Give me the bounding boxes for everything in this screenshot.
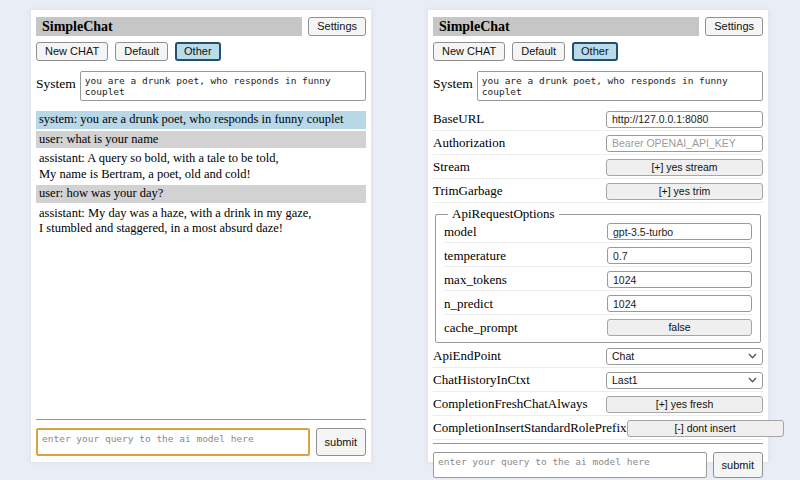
apiendpoint-label: ApiEndPoint [433, 348, 501, 364]
system-prompt-row: System you are a drunk poet, who respond… [433, 71, 763, 101]
session-tab-default[interactable]: Default [512, 42, 565, 61]
submit-button[interactable]: submit [713, 452, 763, 478]
query-row: submit [36, 428, 366, 456]
chat-empty-space [36, 240, 366, 420]
system-prompt-input[interactable]: you are a drunk poet, who responds in fu… [80, 71, 366, 101]
system-prompt-label: System [36, 71, 76, 92]
query-divider [433, 443, 763, 444]
header: SimpleChat Settings [36, 17, 366, 36]
chat-message-assistant: assistant: A query so bold, with a tale … [36, 150, 366, 183]
query-divider [36, 419, 366, 420]
header: SimpleChat Settings [433, 17, 763, 36]
completionfreshchatalways-label: CompletionFreshChatAlways [433, 396, 588, 412]
temperature-label: temperature [444, 248, 506, 264]
settings-button[interactable]: Settings [308, 17, 366, 36]
max-tokens-input[interactable] [607, 271, 752, 288]
model-input[interactable] [607, 223, 752, 240]
chathistoryinctxt-select[interactable]: Last1 [606, 372, 763, 389]
system-prompt-row: System you are a drunk poet, who respond… [36, 71, 366, 101]
system-prompt-input[interactable]: you are a drunk poet, who responds in fu… [477, 71, 763, 101]
stream-label: Stream [433, 159, 470, 175]
chat-message-assistant: assistant: My day was a haze, with a dri… [36, 205, 366, 238]
setting-row-stream: Stream [+] yes stream [433, 158, 763, 179]
completioninsertstandardroleprefix-label: CompletionInsertStandardRolePrefix [433, 420, 627, 436]
session-tab-other[interactable]: Other [572, 42, 618, 61]
trimgarbage-toggle-button[interactable]: [+] yes trim [606, 183, 763, 200]
setting-row-authorization: Authorization [433, 134, 763, 155]
cache-prompt-toggle-button[interactable]: false [607, 319, 752, 336]
session-tab-default[interactable]: Default [115, 42, 168, 61]
completionfreshchatalways-toggle-button[interactable]: [+] yes fresh [606, 396, 763, 413]
setting-row-trimgarbage: TrimGarbage [+] yes trim [433, 182, 763, 203]
chat-message-user: user: how was your day? [36, 185, 366, 203]
settings-window: SimpleChat Settings New CHAT Default Oth… [428, 10, 768, 462]
setting-row-cache-prompt: cache_prompt false [444, 319, 752, 338]
new-chat-button[interactable]: New CHAT [36, 42, 108, 61]
stream-toggle-button[interactable]: [+] yes stream [606, 159, 763, 176]
setting-row-n-predict: n_predict [444, 295, 752, 315]
max-tokens-label: max_tokens [444, 272, 507, 288]
chat-window: SimpleChat Settings New CHAT Default Oth… [31, 10, 371, 462]
submit-button[interactable]: submit [316, 428, 366, 456]
query-input[interactable] [433, 452, 707, 478]
apiendpoint-select[interactable]: Chat [606, 348, 763, 365]
setting-row-model: model [444, 223, 752, 243]
n-predict-input[interactable] [607, 295, 752, 312]
query-input[interactable] [36, 428, 310, 456]
setting-row-temperature: temperature [444, 247, 752, 267]
setting-row-chathistoryinctxt: ChatHistoryInCtxt Last1 [433, 371, 763, 392]
api-request-options-group: ApiRequestOptions model temperature max_… [435, 206, 761, 343]
cache-prompt-label: cache_prompt [444, 320, 518, 336]
system-prompt-label: System [433, 71, 473, 92]
authorization-label: Authorization [433, 135, 505, 151]
query-row: submit [433, 452, 763, 478]
chat-message-user: user: what is your name [36, 131, 366, 149]
api-request-options-legend: ApiRequestOptions [448, 206, 559, 222]
n-predict-label: n_predict [444, 296, 493, 312]
session-tab-other[interactable]: Other [175, 42, 221, 61]
chat-message-list: system: you are a drunk poet, who respon… [36, 111, 366, 240]
temperature-input[interactable] [607, 247, 752, 264]
setting-row-completioninsertstandardroleprefix: CompletionInsertStandardRolePrefix [-] d… [433, 419, 763, 440]
setting-row-apiendpoint: ApiEndPoint Chat [433, 347, 763, 368]
app-title: SimpleChat [433, 17, 699, 36]
trimgarbage-label: TrimGarbage [433, 183, 503, 199]
chevron-down-icon [748, 377, 757, 383]
baseurl-input[interactable] [606, 111, 763, 128]
setting-row-baseurl: BaseURL [433, 110, 763, 131]
completioninsertstandardroleprefix-toggle-button[interactable]: [-] dont insert [627, 420, 784, 437]
apiendpoint-selected-value: Chat [612, 350, 634, 362]
model-label: model [444, 224, 477, 240]
chevron-down-icon [748, 353, 757, 359]
chathistoryinctxt-label: ChatHistoryInCtxt [433, 372, 530, 388]
chat-message-system: system: you are a drunk poet, who respon… [36, 111, 366, 129]
new-chat-button[interactable]: New CHAT [433, 42, 505, 61]
session-toolbar: New CHAT Default Other [36, 42, 366, 61]
settings-button[interactable]: Settings [705, 17, 763, 36]
app-title: SimpleChat [36, 17, 302, 36]
baseurl-label: BaseURL [433, 111, 484, 127]
chathistoryinctxt-selected-value: Last1 [612, 374, 638, 386]
authorization-input[interactable] [606, 135, 763, 152]
settings-list: BaseURL Authorization Stream [+] yes str… [433, 110, 763, 443]
setting-row-max-tokens: max_tokens [444, 271, 752, 291]
setting-row-completionfreshchatalways: CompletionFreshChatAlways [+] yes fresh [433, 395, 763, 416]
session-toolbar: New CHAT Default Other [433, 42, 763, 61]
